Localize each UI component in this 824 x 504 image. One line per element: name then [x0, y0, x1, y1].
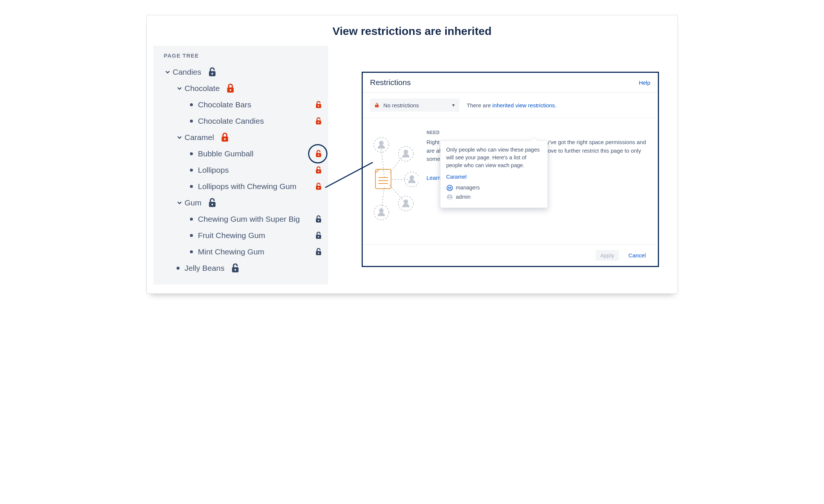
- unrestricted-lock-icon: [314, 247, 323, 256]
- bullet-icon: [190, 234, 193, 237]
- tree-item[interactable]: Gum: [158, 195, 326, 211]
- tree-item-label: Candies: [173, 68, 201, 77]
- tooltip-page-link[interactable]: Caramel: [446, 173, 542, 181]
- svg-point-5: [318, 105, 319, 107]
- restrictions-dialog: Restrictions Help No restrictions ▼ Ther…: [362, 72, 659, 267]
- svg-line-28: [381, 149, 384, 178]
- tree-item[interactable]: Chocolate Candies: [158, 113, 326, 129]
- bullet-icon: [177, 267, 180, 270]
- apply-button[interactable]: Apply: [596, 250, 619, 261]
- tree-item[interactable]: Lollipops with Chewing Gum: [158, 178, 326, 195]
- body-frag-1a: Right: [427, 138, 440, 147]
- user-icon: [446, 194, 453, 201]
- help-link[interactable]: Help: [639, 79, 650, 86]
- svg-point-42: [379, 208, 384, 213]
- svg-point-40: [410, 175, 414, 180]
- restrictions-illustration: [370, 129, 419, 222]
- chevron-down-icon[interactable]: [177, 201, 182, 205]
- svg-point-3: [230, 89, 232, 91]
- layout: PAGE TREE Candies Chocolate Chocolate Ba…: [154, 46, 671, 284]
- bullet-icon: [190, 250, 193, 253]
- bullet-icon: [190, 169, 193, 172]
- caret-down-icon: ▼: [452, 103, 456, 107]
- tooltip-group-row: managers: [446, 184, 542, 192]
- info-suffix: .: [555, 102, 556, 108]
- page-tree-heading: PAGE TREE: [164, 52, 326, 59]
- tree-item-label: Chocolate: [185, 84, 220, 93]
- bullet-icon: [190, 185, 193, 188]
- diagram-canvas: View restrictions are inherited PAGE TRE…: [146, 15, 678, 294]
- tree-item[interactable]: Candies: [158, 64, 326, 80]
- svg-point-38: [379, 141, 384, 145]
- unrestricted-lock-icon: [314, 231, 323, 240]
- tree-item-label: Lollipops: [198, 166, 229, 175]
- inherited-restrictions-link[interactable]: inherited view restrictions: [492, 102, 555, 108]
- page-tree-panel: PAGE TREE Candies Chocolate Chocolate Ba…: [154, 46, 328, 284]
- svg-point-23: [318, 253, 319, 254]
- svg-point-11: [318, 155, 319, 156]
- svg-point-41: [404, 199, 408, 204]
- bullet-icon: [190, 218, 193, 221]
- inherited-tooltip: Only people who can view these pages wil…: [440, 140, 548, 208]
- svg-point-50: [449, 195, 450, 197]
- bullet-icon: [190, 120, 193, 123]
- restrictions-dropdown[interactable]: No restrictions ▼: [370, 98, 459, 112]
- dialog-title: Restrictions: [370, 78, 411, 87]
- svg-point-1: [211, 73, 213, 75]
- bullet-icon: [190, 152, 193, 155]
- tree-item[interactable]: Caramel: [158, 129, 326, 146]
- svg-point-39: [404, 150, 408, 154]
- dialog-header: Restrictions Help: [363, 73, 658, 92]
- need-heading: NEED: [427, 129, 650, 136]
- tooltip-user-row: admin: [446, 193, 542, 201]
- svg-point-15: [318, 187, 319, 189]
- svg-line-32: [381, 187, 384, 210]
- tree-item[interactable]: Chocolate Bars: [158, 97, 326, 113]
- tree-item-label: Jelly Beans: [185, 264, 224, 273]
- unlocked-icon: [374, 102, 380, 108]
- page-title: View restrictions are inherited: [154, 25, 671, 38]
- svg-point-19: [318, 220, 319, 221]
- tree-item-label: Fruit Chewing Gum: [198, 231, 265, 240]
- tree-item-label: Gum: [185, 198, 202, 207]
- bullet-icon: [190, 103, 193, 106]
- dialog-body: NEED Right ey've got the right space per…: [363, 118, 658, 244]
- tree-item[interactable]: Jelly Beans: [158, 260, 326, 276]
- tree-item-label: Chocolate Bars: [198, 100, 252, 109]
- tree-item[interactable]: Lollipops: [158, 162, 326, 178]
- svg-point-47: [448, 186, 449, 188]
- tree-item[interactable]: Mint Chewing Gum: [158, 244, 326, 260]
- svg-point-21: [318, 236, 319, 238]
- tree-item[interactable]: Chewing Gum with Super Big: [158, 211, 326, 227]
- chevron-down-icon[interactable]: [177, 86, 182, 91]
- dropdown-value: No restrictions: [384, 102, 448, 108]
- cancel-button[interactable]: Cancel: [624, 250, 650, 261]
- tree-item-label: Chocolate Candies: [198, 117, 264, 126]
- group-icon: [446, 185, 453, 191]
- restricted-lock-icon: [314, 117, 323, 126]
- body-frag-1b: ey've got the right space permissions an…: [544, 138, 646, 147]
- tree-item-label: Caramel: [185, 133, 214, 142]
- chevron-down-icon[interactable]: [165, 70, 171, 74]
- tree-item[interactable]: Fruit Chewing Gum: [158, 227, 326, 244]
- restricted-lock-icon: [314, 166, 323, 175]
- svg-line-31: [390, 185, 404, 202]
- chevron-down-icon[interactable]: [177, 135, 182, 140]
- tree-item[interactable]: Bubble Gumball: [158, 146, 326, 162]
- svg-point-46: [447, 185, 452, 191]
- tree-item-label: Bubble Gumball: [198, 149, 253, 158]
- svg-line-29: [390, 155, 404, 173]
- body-frag-2b: above to further restrict this page to o…: [542, 147, 641, 155]
- svg-point-13: [318, 171, 319, 172]
- unrestricted-lock-icon: [230, 263, 241, 274]
- unrestricted-lock-icon: [207, 197, 218, 208]
- svg-point-25: [235, 269, 236, 271]
- restricted-lock-icon: [219, 132, 230, 143]
- svg-point-9: [224, 138, 226, 140]
- tree-item[interactable]: Chocolate: [158, 80, 326, 97]
- unrestricted-lock-icon: [314, 215, 323, 224]
- restricted-lock-icon: [225, 83, 236, 94]
- svg-point-7: [318, 122, 319, 123]
- restricted-lock-icon: [314, 149, 323, 158]
- svg-point-48: [450, 186, 451, 188]
